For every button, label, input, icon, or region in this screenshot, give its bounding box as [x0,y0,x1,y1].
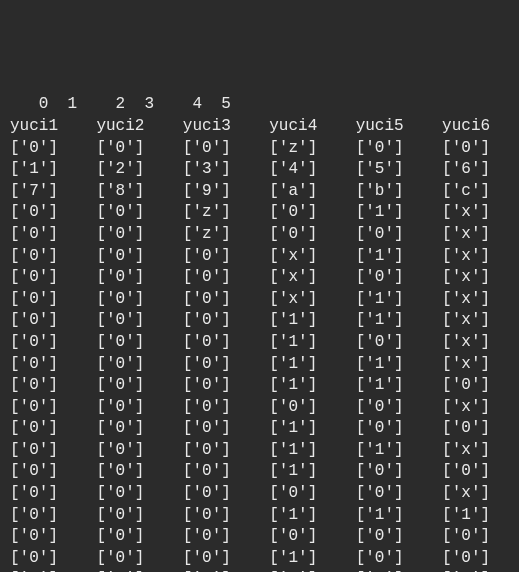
console-output: 0 1 2 3 4 5 yuci1 yuci2 yuci3 yuci4 yuci… [10,94,490,572]
header-line: yuci1 yuci2 yuci3 yuci4 yuci5 yuci6 [10,117,490,135]
data-lines: ['0'] ['0'] ['0'] ['z'] ['0'] ['0'] ['1'… [10,139,490,572]
index-line: 0 1 2 3 4 5 [10,95,231,113]
